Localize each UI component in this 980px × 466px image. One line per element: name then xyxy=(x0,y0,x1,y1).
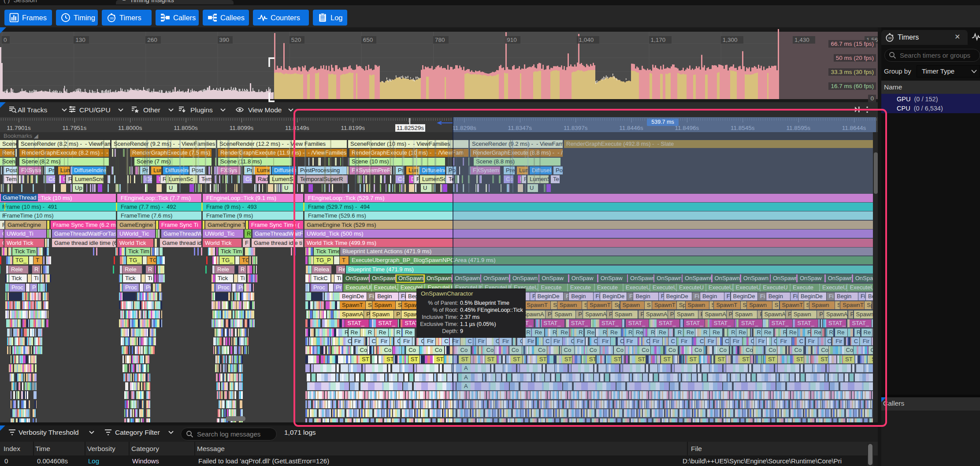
svg-text::00: :00 xyxy=(887,37,891,40)
svg-text::00: :00 xyxy=(109,17,114,20)
